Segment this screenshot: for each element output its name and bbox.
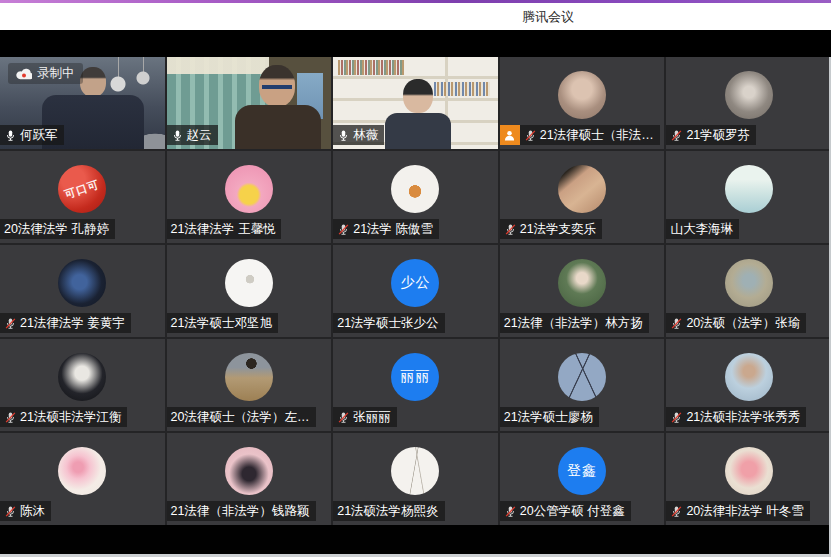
participant-name: 21法律法学 姜黄宇 [20,315,125,332]
name-row: 20法律法学 孔静婷 [0,219,115,239]
participant-tile[interactable]: 21法律（非法学）钱路颖 [167,433,332,525]
participant-tile[interactable]: 登鑫 20公管学硕 付登鑫 [500,433,665,525]
participant-name: 21法学硕士邓坚旭 [171,315,272,332]
name-row: 21法硕非法学张秀秀 [666,407,806,427]
name-row: 林薇 [333,125,384,145]
window-title: 腾讯会议 [522,3,574,30]
participant-tile[interactable]: 20法律硕士（法学）左… [167,339,332,431]
participant-tile[interactable]: 21法律法学 姜黄宇 [0,245,165,337]
mic-muted-icon [504,222,517,237]
participant-tile[interactable]: 可口可 20法律法学 孔静婷 [0,151,165,243]
name-row: 21法硕法学杨熙炎 [333,501,444,521]
mic-muted-icon [670,504,683,519]
participant-tile[interactable]: 20法硕（法学）张瑜 [666,245,831,337]
participant-name: 20法律法学 孔静婷 [4,221,109,238]
participant-tile[interactable]: 21法硕非法学江衡 [0,339,165,431]
participant-name: 陈沐 [20,503,45,520]
participant-name: 21法律（非法学）林方扬 [504,315,643,332]
name-row: 山大李海琳 [666,219,739,239]
participant-avatar: 可口可 [58,165,106,213]
mic-on-icon [337,128,350,143]
mic-muted-icon [524,128,537,143]
participant-avatar [58,353,106,401]
participant-name: 21法律法学 王馨悦 [171,221,276,238]
participant-tile[interactable]: 21法硕非法学张秀秀 [666,339,831,431]
member-role-badge [500,125,520,145]
participant-name: 山大李海琳 [670,221,733,238]
name-row: 20公管学硕 付登鑫 [500,501,631,521]
person-head [80,67,106,97]
participant-tile[interactable]: 赵云 [167,57,332,149]
participant-tile[interactable]: 21法律法学 王馨悦 [167,151,332,243]
participant-tile[interactable]: 录制中 何跃军 [0,57,165,149]
participant-avatar [558,165,606,213]
participant-avatar [725,259,773,307]
participant-avatar [391,165,439,213]
participant-avatar [225,165,273,213]
name-row: 张丽丽 [333,407,397,427]
participant-avatar: 丽丽 [391,353,439,401]
participant-tile[interactable]: 21法律（非法学）林方扬 [500,245,665,337]
participant-avatar [225,447,273,495]
mic-muted-icon [337,410,350,425]
participant-tile[interactable]: 丽丽 张丽丽 [333,339,498,431]
name-label: 20法硕（法学）张瑜 [666,313,806,333]
mic-muted-icon [670,128,683,143]
avatar-text: 登鑫 [567,462,597,480]
name-row: 21法律硕士（非法… [500,125,660,145]
participant-tile[interactable]: 21法硕法学杨熙炎 [333,433,498,525]
mic-muted-icon [670,316,683,331]
name-row: 21法学硕士张少公 [333,313,444,333]
video-grid: 录制中 何跃军 [0,57,831,525]
participant-name: 20法律硕士（法学）左… [171,409,310,426]
name-row: 21法学硕士廖杨 [500,407,599,427]
participant-name: 21法学 陈傲雪 [353,221,433,238]
name-row: 21法律法学 姜黄宇 [0,313,131,333]
participant-tile[interactable]: 21法学硕士邓坚旭 [167,245,332,337]
participant-tile[interactable]: 少公 21法学硕士张少公 [333,245,498,337]
name-label: 20法律硕士（法学）左… [167,407,316,427]
mic-on-icon [4,128,17,143]
name-row: 20法律非法学 叶冬雪 [666,501,809,521]
participant-tile[interactable]: 林薇 [333,57,498,149]
bottom-strip [0,525,831,554]
avatar-text: 可口可 [63,176,102,201]
participant-avatar [558,353,606,401]
participant-avatar [225,259,273,307]
participant-tile[interactable]: 21法学支奕乐 [500,151,665,243]
name-row: 20法律硕士（法学）左… [167,407,316,427]
name-row: 21法学 陈傲雪 [333,219,439,239]
meeting-window: 腾讯会议 录制中 何跃军 [0,0,831,557]
person-head [259,65,295,107]
participant-tile[interactable]: 陈沐 [0,433,165,525]
participant-avatar [725,71,773,119]
name-row: 21法学硕士邓坚旭 [167,313,278,333]
participant-tile[interactable]: 21法学硕士廖杨 [500,339,665,431]
name-label: 21法律法学 王馨悦 [167,219,282,239]
mic-muted-icon [670,410,683,425]
participant-tile[interactable]: 20法律非法学 叶冬雪 [666,433,831,525]
person-torso [385,113,451,149]
participant-name: 21法学支奕乐 [520,221,596,238]
participant-avatar [58,447,106,495]
name-row: 21法律（非法学）钱路颖 [167,501,316,521]
participant-tile[interactable]: 21法学 陈傲雪 [333,151,498,243]
name-row: 21法律法学 王馨悦 [167,219,282,239]
mic-muted-icon [337,222,350,237]
participant-tile[interactable]: 山大李海琳 [666,151,831,243]
participant-avatar: 登鑫 [558,447,606,495]
participant-tile[interactable]: 21学硕罗芬 [666,57,831,149]
name-label: 赵云 [167,125,218,145]
participant-tile[interactable]: 21法律硕士（非法… [500,57,665,149]
name-row: 21法学支奕乐 [500,219,602,239]
participant-name: 21法律（非法学）钱路颖 [171,503,310,520]
name-label: 21法硕非法学江衡 [0,407,127,427]
name-label: 21法硕法学杨熙炎 [333,501,444,521]
name-label: 21法学硕士邓坚旭 [167,313,278,333]
person-head [403,79,433,113]
name-label: 林薇 [333,125,384,145]
name-label: 21法学支奕乐 [500,219,602,239]
name-label: 21法律法学 姜黄宇 [0,313,131,333]
participant-name: 21学硕罗芬 [686,127,750,144]
participant-avatar [558,259,606,307]
